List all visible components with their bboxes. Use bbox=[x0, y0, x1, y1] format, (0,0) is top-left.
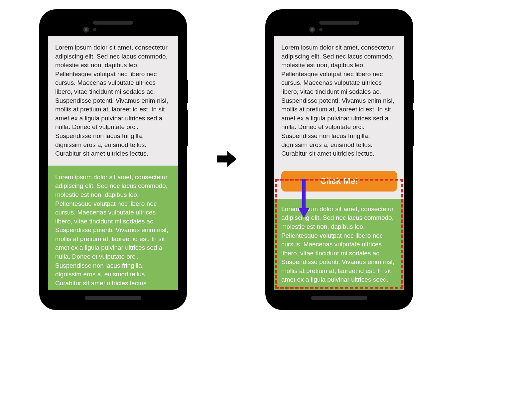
phone-side-button bbox=[412, 80, 414, 103]
click-me-button[interactable]: Click Me! bbox=[281, 171, 397, 192]
diagram-stage: Lorem ipsum dolor sit amet, consectetur … bbox=[40, 10, 412, 309]
phone-camera-icon bbox=[83, 27, 89, 33]
phone-screen: Lorem ipsum dolor sit amet, consectetur … bbox=[274, 36, 404, 290]
phone-home-bar bbox=[85, 296, 141, 300]
phone-sensor-icon bbox=[93, 28, 96, 31]
paragraph-top: Lorem ipsum dolor sit amet, consectetur … bbox=[274, 36, 404, 166]
phone-before: Lorem ipsum dolor sit amet, consectetur … bbox=[40, 10, 186, 309]
transition-arrow bbox=[211, 147, 241, 172]
right-arrow-icon bbox=[214, 147, 238, 172]
svg-marker-0 bbox=[217, 151, 237, 167]
phone-earpiece bbox=[319, 21, 359, 25]
phone-after: Lorem ipsum dolor sit amet, consectetur … bbox=[266, 10, 412, 309]
phone-earpiece bbox=[93, 21, 133, 25]
phone-side-button bbox=[412, 110, 414, 146]
phone-side-button bbox=[186, 110, 188, 146]
phone-screen: Lorem ipsum dolor sit amet, consectetur … bbox=[48, 36, 178, 290]
paragraph-bottom: Lorem ipsum dolor sit amet, consectetur … bbox=[274, 199, 404, 290]
phone-side-button bbox=[186, 80, 188, 103]
phone-sensor-icon bbox=[319, 28, 323, 31]
injected-button-area: Click Me! bbox=[274, 166, 404, 199]
phone-home-bar bbox=[311, 296, 367, 300]
phone-camera-icon bbox=[309, 27, 315, 33]
paragraph-bottom: Lorem ipsum dolor sit amet, consectetur … bbox=[48, 166, 178, 290]
paragraph-top: Lorem ipsum dolor sit amet, consectetur … bbox=[48, 36, 178, 166]
